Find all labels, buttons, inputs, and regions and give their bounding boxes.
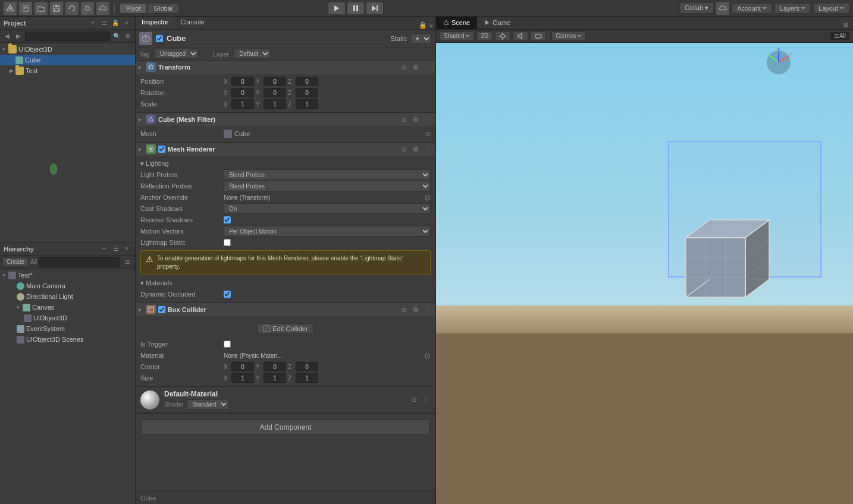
scale-y-input[interactable] [264,99,286,109]
inspector-close-icon[interactable]: × [429,22,433,29]
hierarchy-tab[interactable]: Hierarchy [4,245,34,253]
hierarchy-item-uiobject3d[interactable]: UIObject3D [0,313,135,323]
scale-x-input[interactable] [231,99,254,109]
cloud-btn[interactable] [96,2,109,15]
hierarchy-search-input[interactable] [39,257,120,267]
tag-dropdown[interactable]: Untagged [155,49,199,59]
mesh-filter-ref-btn[interactable]: ⊙ [400,116,409,124]
transform-settings-btn[interactable]: ⚙ [411,64,421,71]
project-tab[interactable]: Project [4,20,26,27]
cloud-services-btn[interactable] [716,2,729,15]
hierarchy-add-btn[interactable]: + [99,244,109,254]
reflection-probes-dropdown[interactable]: Blend Probes [224,181,431,191]
global-btn[interactable]: Global [147,3,179,14]
lighting-btn[interactable] [495,32,510,41]
save-btn[interactable] [50,2,63,15]
rotation-x-input[interactable] [231,88,254,97]
scene-tab[interactable]: Scene [436,17,477,29]
hierarchy-close-btn[interactable]: × [122,244,131,254]
scale-z-input[interactable] [296,99,318,109]
pivot-btn[interactable]: Pivot [120,3,147,14]
create-button[interactable]: Create [2,257,29,266]
transform-menu-btn[interactable]: ⋮ [423,64,433,71]
receive-shadows-checkbox[interactable] [224,216,231,223]
project-add-btn[interactable]: + [88,18,98,28]
audio-btn[interactable] [513,32,528,41]
2d-btn[interactable]: 2D [476,32,493,40]
size-z-input[interactable] [296,373,318,383]
project-item-cube[interactable]: Cube [0,55,135,65]
size-y-input[interactable] [264,373,286,383]
hierarchy-item-canvas[interactable]: ▾ Canvas [0,302,135,313]
game-tab[interactable]: Game [477,17,518,29]
layer-dropdown[interactable]: Default [234,49,271,59]
cast-shadows-dropdown[interactable]: On [224,203,431,214]
motion-vectors-dropdown[interactable]: Per Object Motion [224,226,431,237]
center-x-input[interactable] [231,362,254,371]
shader-dropdown[interactable]: Standard [187,399,229,410]
gizmos-btn[interactable]: Gizmos [551,32,586,40]
size-x-input[interactable] [231,373,254,383]
lightmap-static-checkbox[interactable] [224,239,231,246]
position-x-input[interactable] [231,77,254,86]
rotation-z-input[interactable] [296,88,318,97]
collider-material-select-btn[interactable]: ⊙ [424,351,431,360]
open-file-btn[interactable] [35,2,48,15]
project-close-btn[interactable]: × [122,18,131,28]
inspector-lock-icon[interactable]: 🔒 [419,21,427,29]
project-lock-btn[interactable]: 🔒 [111,18,120,28]
anchor-select-btn[interactable]: ⊙ [424,193,431,202]
material-menu-btn[interactable]: ⋮ [421,396,431,404]
project-search-btn[interactable]: 🔍 [112,32,121,41]
project-item-test[interactable]: ▶ Test [0,65,135,76]
layout-button[interactable]: Layout [813,3,849,14]
hierarchy-menu-btn[interactable]: ☰ [111,244,120,254]
hierarchy-item-main-camera[interactable]: Main Camera [0,281,135,291]
transform-ref-btn[interactable]: ⊙ [400,64,409,71]
dynamic-occluded-checkbox[interactable] [224,291,231,298]
transform-header[interactable]: ▾ Transform ⊙ ⚙ ⋮ [136,61,435,74]
undo-btn[interactable] [65,2,79,15]
step-button[interactable] [366,2,384,15]
mesh-renderer-ref-btn[interactable]: ⊙ [400,146,409,153]
center-y-input[interactable] [264,362,286,371]
mesh-renderer-checkbox[interactable] [158,146,165,153]
unity-logo-btn[interactable] [4,2,17,15]
hierarchy-item-test[interactable]: ▾ Test* [0,270,135,281]
layers-button[interactable]: Layers [774,3,811,14]
mesh-filter-header[interactable]: ▾ Cube (Mesh Filter) ⊙ ⚙ ⋮ [136,113,435,126]
position-y-input[interactable] [264,77,286,86]
account-button[interactable]: Account [732,3,772,14]
project-forward-btn[interactable]: ▶ [14,32,23,41]
collab-button[interactable]: Collab ▾ [679,2,714,14]
rotation-y-input[interactable] [264,88,286,97]
material-ref-btn[interactable]: ⊙ [410,396,419,404]
box-collider-checkbox[interactable] [158,306,165,313]
mesh-renderer-settings-btn[interactable]: ⚙ [411,146,421,153]
box-collider-settings-btn[interactable]: ⚙ [411,306,421,314]
fx-btn[interactable] [531,32,546,41]
materials-header-row[interactable]: ▾ Materials [140,278,431,288]
new-file-btn[interactable] [19,2,32,15]
is-trigger-checkbox[interactable] [224,341,231,348]
shaded-btn[interactable]: Shaded [440,32,474,40]
project-grid-btn[interactable]: ⊞ [123,32,133,41]
add-component-button[interactable]: Add Component [142,420,429,435]
light-probes-dropdown[interactable]: Blend Probes [224,169,431,180]
play-button[interactable] [328,2,346,15]
console-tab[interactable]: Console [174,17,210,29]
mesh-renderer-menu-btn[interactable]: ⋮ [423,146,433,153]
project-search-input[interactable] [25,32,110,41]
project-back-btn[interactable]: ◀ [2,32,12,41]
position-z-input[interactable] [296,77,318,86]
mesh-select-btn[interactable]: ⊙ [425,130,431,138]
mesh-filter-menu-btn[interactable]: ⋮ [423,116,433,124]
object-active-checkbox[interactable] [156,35,163,42]
inspector-tab[interactable]: Inspector [136,17,174,29]
hierarchy-item-directional-light[interactable]: Directional Light [0,291,135,302]
box-collider-ref-btn[interactable]: ⊙ [400,306,409,314]
mesh-renderer-header[interactable]: ▾ Mesh Renderer ⊙ ⚙ ⋮ [136,143,435,156]
settings-btn[interactable] [81,2,94,15]
project-item-uiobject3d[interactable]: ▾ UIObject3D [0,44,135,55]
hierarchy-options-btn[interactable]: ☰ [122,257,133,267]
